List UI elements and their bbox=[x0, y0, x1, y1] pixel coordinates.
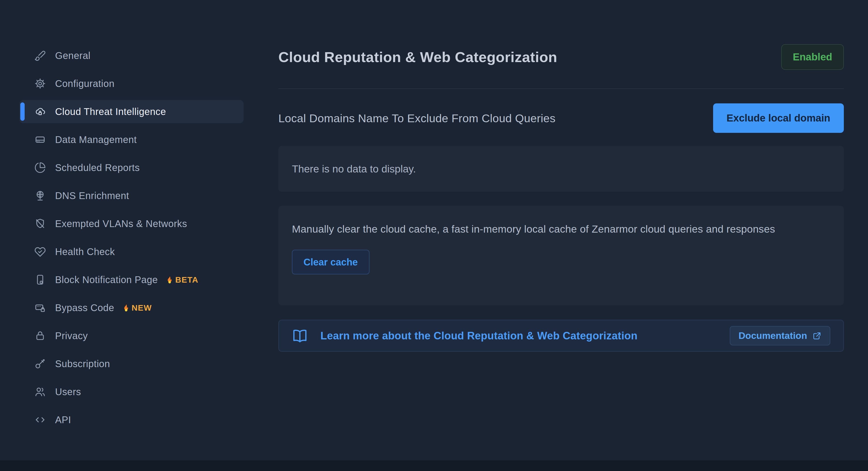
sidebar-item-label: General bbox=[55, 50, 91, 61]
sidebar-item-label: Bypass Code bbox=[55, 303, 114, 313]
sidebar-item-label: Health Check bbox=[55, 246, 115, 257]
sidebar-item-label: Subscription bbox=[55, 358, 110, 369]
sidebar-item-label: Data Management bbox=[55, 134, 137, 145]
sidebar-item-bypass-code[interactable]: Bypass Code NEW bbox=[19, 296, 244, 319]
clear-cache-button[interactable]: Clear cache bbox=[292, 250, 370, 274]
shield-off-icon bbox=[34, 218, 46, 229]
sidebar-item-label: API bbox=[55, 414, 71, 426]
fire-icon bbox=[164, 275, 175, 285]
sidebar-item-subscription[interactable]: Subscription bbox=[19, 352, 244, 375]
learn-more-text: Learn more about the Cloud Reputation & … bbox=[320, 330, 730, 342]
sidebar-item-scheduled-reports[interactable]: Scheduled Reports bbox=[19, 156, 244, 179]
sidebar-item-label: Configuration bbox=[55, 78, 115, 89]
sidebar-item-exempted-vlans-networks[interactable]: Exempted VLANs & Networks bbox=[19, 212, 244, 235]
external-link-icon bbox=[812, 331, 822, 340]
sidebar-item-data-management[interactable]: Data Management bbox=[19, 128, 244, 151]
users-icon bbox=[34, 386, 46, 398]
sidebar-item-label: DNS Enrichment bbox=[55, 190, 129, 201]
key-icon bbox=[34, 358, 46, 370]
page-header: Cloud Reputation & Web Categorization En… bbox=[278, 43, 844, 70]
paintbrush-icon bbox=[34, 50, 46, 61]
exclude-local-domain-button[interactable]: Exclude local domain bbox=[713, 103, 844, 133]
local-domains-heading: Local Domains Name To Exclude From Cloud… bbox=[278, 112, 556, 125]
globe-icon bbox=[34, 190, 46, 201]
empty-message: There is no data to display. bbox=[292, 163, 416, 175]
sidebar-item-dns-enrichment[interactable]: DNS Enrichment bbox=[19, 184, 244, 207]
sidebar-item-api[interactable]: API bbox=[19, 408, 244, 431]
bottom-strip bbox=[0, 460, 868, 471]
open-book-icon bbox=[292, 328, 308, 344]
cloud-lock-icon bbox=[34, 106, 46, 117]
sidebar-item-privacy[interactable]: Privacy bbox=[19, 324, 244, 347]
beta-badge: BETA bbox=[164, 275, 198, 285]
sidebar-item-health-check[interactable]: Health Check bbox=[19, 240, 244, 263]
settings-sidebar: General Configuration Cloud Threat Intel… bbox=[19, 44, 244, 436]
sidebar-item-label: Cloud Threat Intelligence bbox=[55, 106, 166, 117]
new-badge: NEW bbox=[121, 303, 152, 313]
cache-description: Manually clear the cloud cache, a fast i… bbox=[292, 220, 826, 238]
lock-icon bbox=[34, 330, 46, 342]
main-content: Cloud Reputation & Web Categorization En… bbox=[278, 0, 844, 471]
sidebar-item-label: Users bbox=[55, 386, 81, 397]
local-domains-section: Local Domains Name To Exclude From Cloud… bbox=[278, 103, 844, 133]
sidebar-item-general[interactable]: General bbox=[19, 44, 244, 67]
header-divider bbox=[278, 88, 844, 89]
badge-text: NEW bbox=[132, 303, 152, 313]
gear-icon bbox=[34, 78, 46, 89]
sidebar-item-label: Privacy bbox=[55, 331, 88, 341]
sidebar-item-users[interactable]: Users bbox=[19, 380, 244, 403]
documentation-button-label: Documentation bbox=[739, 331, 807, 341]
sidebar-item-label: Scheduled Reports bbox=[55, 162, 140, 173]
sidebar-item-label: Block Notification Page bbox=[55, 274, 158, 285]
sidebar-item-label: Exempted VLANs & Networks bbox=[55, 218, 187, 229]
sidebar-item-configuration[interactable]: Configuration bbox=[19, 72, 244, 95]
pie-chart-icon bbox=[34, 162, 46, 174]
page-title: Cloud Reputation & Web Categorization bbox=[278, 49, 557, 65]
local-domains-empty-panel: There is no data to display. bbox=[278, 146, 844, 192]
device-shield-icon bbox=[34, 274, 46, 285]
documentation-panel: Learn more about the Cloud Reputation & … bbox=[278, 320, 844, 352]
cloud-cache-panel: Manually clear the cloud cache, a fast i… bbox=[278, 206, 844, 305]
code-icon bbox=[34, 414, 46, 426]
sidebar-item-block-notification-page[interactable]: Block Notification Page BETA bbox=[19, 268, 244, 291]
documentation-button[interactable]: Documentation bbox=[730, 326, 830, 345]
sidebar-item-cloud-threat-intelligence[interactable]: Cloud Threat Intelligence bbox=[19, 100, 244, 123]
status-badge: Enabled bbox=[781, 44, 844, 70]
fire-icon bbox=[121, 303, 131, 313]
active-indicator bbox=[20, 102, 25, 121]
heart-check-icon bbox=[34, 246, 46, 257]
badge-text: BETA bbox=[175, 275, 198, 285]
card-lock-icon bbox=[34, 302, 46, 314]
hard-drive-icon bbox=[34, 134, 46, 146]
